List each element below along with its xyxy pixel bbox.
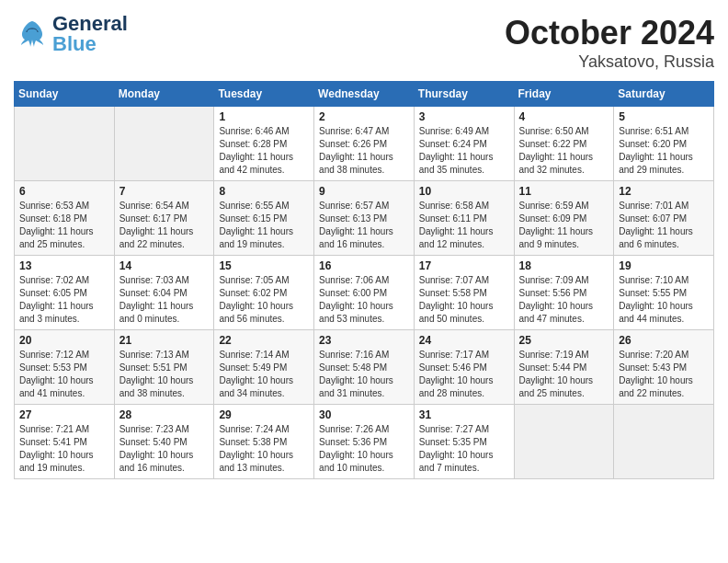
table-cell <box>514 405 614 479</box>
table-cell <box>15 107 115 181</box>
day-number: 13 <box>19 259 109 272</box>
day-info: Sunrise: 7:09 AMSunset: 5:56 PMDaylight:… <box>519 274 609 326</box>
day-info: Sunrise: 7:27 AMSunset: 5:35 PMDaylight:… <box>419 423 509 475</box>
day-number: 28 <box>119 408 210 421</box>
day-info: Sunrise: 7:10 AMSunset: 5:55 PMDaylight:… <box>619 274 709 326</box>
day-info: Sunrise: 7:05 AMSunset: 6:02 PMDaylight:… <box>219 274 309 326</box>
page-subtitle: Yaksatovo, Russia <box>505 52 714 72</box>
day-number: 12 <box>619 185 709 198</box>
day-info: Sunrise: 7:01 AMSunset: 6:07 PMDaylight:… <box>619 200 709 251</box>
table-cell: 13Sunrise: 7:02 AMSunset: 6:05 PMDayligh… <box>15 256 115 330</box>
table-cell: 17Sunrise: 7:07 AMSunset: 5:58 PMDayligh… <box>414 256 514 330</box>
table-cell: 7Sunrise: 6:54 AMSunset: 6:17 PMDaylight… <box>114 181 214 256</box>
header-friday: Friday <box>514 82 614 107</box>
day-number: 5 <box>619 110 709 123</box>
table-cell: 1Sunrise: 6:46 AMSunset: 6:28 PMDaylight… <box>214 107 314 181</box>
table-cell: 11Sunrise: 6:59 AMSunset: 6:09 PMDayligh… <box>514 181 614 256</box>
day-info: Sunrise: 6:46 AMSunset: 6:28 PMDaylight:… <box>219 125 309 177</box>
day-number: 22 <box>219 334 309 347</box>
header-thursday: Thursday <box>414 82 514 107</box>
day-number: 8 <box>219 185 309 198</box>
table-cell: 10Sunrise: 6:58 AMSunset: 6:11 PMDayligh… <box>414 181 514 256</box>
day-number: 16 <box>319 259 409 272</box>
table-cell: 9Sunrise: 6:57 AMSunset: 6:13 PMDaylight… <box>314 181 415 256</box>
day-number: 15 <box>219 259 309 272</box>
day-info: Sunrise: 6:55 AMSunset: 6:15 PMDaylight:… <box>219 200 309 251</box>
day-info: Sunrise: 7:03 AMSunset: 6:04 PMDaylight:… <box>119 274 210 326</box>
week-row-1: 1Sunrise: 6:46 AMSunset: 6:28 PMDaylight… <box>15 107 714 181</box>
table-cell <box>614 405 714 479</box>
day-info: Sunrise: 7:07 AMSunset: 5:58 PMDaylight:… <box>419 274 509 326</box>
day-number: 30 <box>319 408 409 421</box>
day-info: Sunrise: 7:26 AMSunset: 5:36 PMDaylight:… <box>319 423 409 475</box>
page-header: General Blue October 2024 Yaksatovo, Rus… <box>14 14 714 72</box>
day-number: 14 <box>119 259 210 272</box>
day-number: 20 <box>19 334 109 347</box>
header-sunday: Sunday <box>15 82 115 107</box>
day-info: Sunrise: 7:20 AMSunset: 5:43 PMDaylight:… <box>619 349 709 400</box>
day-number: 4 <box>519 110 609 123</box>
table-cell: 4Sunrise: 6:50 AMSunset: 6:22 PMDaylight… <box>514 107 614 181</box>
table-cell: 20Sunrise: 7:12 AMSunset: 5:53 PMDayligh… <box>15 330 115 405</box>
day-info: Sunrise: 7:17 AMSunset: 5:46 PMDaylight:… <box>419 349 509 400</box>
table-cell: 25Sunrise: 7:19 AMSunset: 5:44 PMDayligh… <box>514 330 614 405</box>
day-info: Sunrise: 7:02 AMSunset: 6:05 PMDaylight:… <box>19 274 109 326</box>
table-cell: 22Sunrise: 7:14 AMSunset: 5:49 PMDayligh… <box>214 330 314 405</box>
logo: General Blue <box>14 14 128 54</box>
day-number: 6 <box>19 185 109 198</box>
table-cell: 28Sunrise: 7:23 AMSunset: 5:40 PMDayligh… <box>114 405 214 479</box>
header-saturday: Saturday <box>614 82 714 107</box>
day-number: 24 <box>419 334 509 347</box>
table-cell: 2Sunrise: 6:47 AMSunset: 6:26 PMDaylight… <box>314 107 415 181</box>
logo-blue-text: Blue <box>52 32 97 55</box>
day-number: 9 <box>319 185 409 198</box>
week-row-3: 13Sunrise: 7:02 AMSunset: 6:05 PMDayligh… <box>15 256 714 330</box>
table-cell: 15Sunrise: 7:05 AMSunset: 6:02 PMDayligh… <box>214 256 314 330</box>
day-number: 25 <box>519 334 609 347</box>
table-cell: 31Sunrise: 7:27 AMSunset: 5:35 PMDayligh… <box>414 405 514 479</box>
table-cell: 16Sunrise: 7:06 AMSunset: 6:00 PMDayligh… <box>314 256 415 330</box>
table-cell: 3Sunrise: 6:49 AMSunset: 6:24 PMDaylight… <box>414 107 514 181</box>
day-number: 10 <box>419 185 509 198</box>
day-info: Sunrise: 6:58 AMSunset: 6:11 PMDaylight:… <box>419 200 509 251</box>
week-row-4: 20Sunrise: 7:12 AMSunset: 5:53 PMDayligh… <box>15 330 714 405</box>
day-info: Sunrise: 6:57 AMSunset: 6:13 PMDaylight:… <box>319 200 409 251</box>
day-number: 3 <box>419 110 509 123</box>
table-cell: 26Sunrise: 7:20 AMSunset: 5:43 PMDayligh… <box>614 330 714 405</box>
day-info: Sunrise: 6:50 AMSunset: 6:22 PMDaylight:… <box>519 125 609 177</box>
day-info: Sunrise: 6:47 AMSunset: 6:26 PMDaylight:… <box>319 125 409 177</box>
day-info: Sunrise: 7:13 AMSunset: 5:51 PMDaylight:… <box>119 349 210 400</box>
day-info: Sunrise: 7:06 AMSunset: 6:00 PMDaylight:… <box>319 274 409 326</box>
week-row-2: 6Sunrise: 6:53 AMSunset: 6:18 PMDaylight… <box>15 181 714 256</box>
day-number: 11 <box>519 185 609 198</box>
table-cell: 21Sunrise: 7:13 AMSunset: 5:51 PMDayligh… <box>114 330 214 405</box>
day-info: Sunrise: 6:49 AMSunset: 6:24 PMDaylight:… <box>419 125 509 177</box>
header-monday: Monday <box>114 82 214 107</box>
header-tuesday: Tuesday <box>214 82 314 107</box>
title-block: October 2024 Yaksatovo, Russia <box>505 14 714 72</box>
day-info: Sunrise: 6:53 AMSunset: 6:18 PMDaylight:… <box>19 200 109 251</box>
day-info: Sunrise: 7:19 AMSunset: 5:44 PMDaylight:… <box>519 349 609 400</box>
table-cell: 5Sunrise: 6:51 AMSunset: 6:20 PMDaylight… <box>614 107 714 181</box>
day-info: Sunrise: 6:59 AMSunset: 6:09 PMDaylight:… <box>519 200 609 251</box>
table-cell: 18Sunrise: 7:09 AMSunset: 5:56 PMDayligh… <box>514 256 614 330</box>
page-title: October 2024 <box>505 14 714 52</box>
table-cell: 12Sunrise: 7:01 AMSunset: 6:07 PMDayligh… <box>614 181 714 256</box>
table-cell: 29Sunrise: 7:24 AMSunset: 5:38 PMDayligh… <box>214 405 314 479</box>
day-info: Sunrise: 7:24 AMSunset: 5:38 PMDaylight:… <box>219 423 309 475</box>
day-number: 29 <box>219 408 309 421</box>
day-number: 26 <box>619 334 709 347</box>
day-number: 17 <box>419 259 509 272</box>
table-cell: 27Sunrise: 7:21 AMSunset: 5:41 PMDayligh… <box>15 405 115 479</box>
day-number: 1 <box>219 110 309 123</box>
day-info: Sunrise: 6:54 AMSunset: 6:17 PMDaylight:… <box>119 200 210 251</box>
day-number: 19 <box>619 259 709 272</box>
table-cell: 8Sunrise: 6:55 AMSunset: 6:15 PMDaylight… <box>214 181 314 256</box>
table-cell: 24Sunrise: 7:17 AMSunset: 5:46 PMDayligh… <box>414 330 514 405</box>
day-number: 23 <box>319 334 409 347</box>
day-number: 18 <box>519 259 609 272</box>
logo-bird-icon <box>14 17 51 51</box>
table-cell: 23Sunrise: 7:16 AMSunset: 5:48 PMDayligh… <box>314 330 415 405</box>
day-info: Sunrise: 7:21 AMSunset: 5:41 PMDaylight:… <box>19 423 109 475</box>
day-info: Sunrise: 7:14 AMSunset: 5:49 PMDaylight:… <box>219 349 309 400</box>
